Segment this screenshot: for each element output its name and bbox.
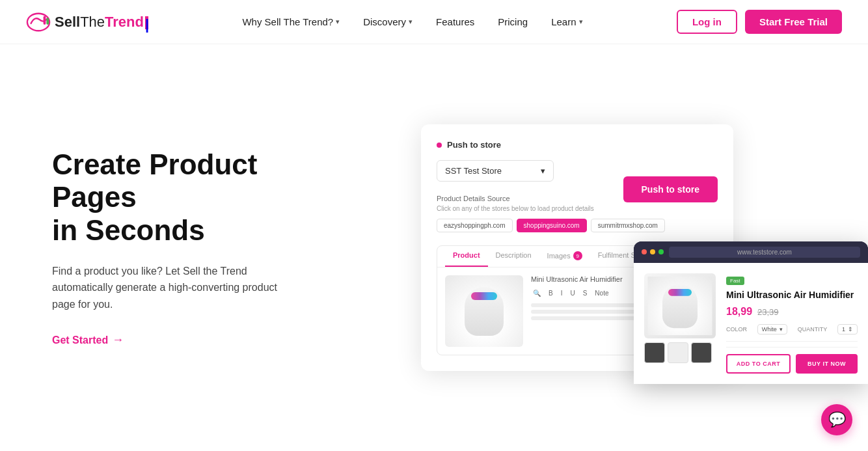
nav-links: Why Sell The Trend? ▾ Discovery ▾ Featur… xyxy=(233,11,591,33)
logo-sell: Sell xyxy=(55,14,80,30)
store-humidifier-body xyxy=(662,284,698,328)
nav-discovery[interactable]: Discovery ▾ xyxy=(354,11,422,33)
toolbar-bold[interactable]: B xyxy=(547,288,555,298)
logo-bar-icon: | xyxy=(145,16,148,29)
nav-learn[interactable]: Learn ▾ xyxy=(542,11,591,33)
chevron-down-icon: ▾ xyxy=(780,326,783,333)
store-price-old: 23,39 xyxy=(757,307,779,317)
store-main-image xyxy=(644,273,716,338)
logo-trend: Trend xyxy=(105,14,144,30)
chat-icon: 💬 xyxy=(828,411,846,428)
source-chip-3[interactable]: summitrmxshop.com xyxy=(591,219,665,232)
browser-bar: www.teststore.com xyxy=(634,241,868,263)
svg-rect-1 xyxy=(44,16,46,24)
chat-button[interactable]: 💬 xyxy=(821,404,852,435)
push-to-store-button[interactable]: Push to store xyxy=(623,176,718,202)
chevron-down-icon: ▾ xyxy=(409,18,413,26)
hero-left: Create Product Pages in Seconds Find a p… xyxy=(52,148,299,348)
store-action-buttons: ADD TO CART BUY IT NOW xyxy=(726,354,858,374)
humidifier-body xyxy=(465,287,504,336)
fast-badge: Fast xyxy=(726,277,744,285)
store-thumb-1[interactable] xyxy=(644,342,665,363)
get-started-link[interactable]: Get Started → xyxy=(52,333,124,347)
browser-dot-green xyxy=(658,249,664,254)
logo-the: The xyxy=(80,14,105,30)
login-button[interactable]: Log in xyxy=(677,10,737,34)
store-prices: 18,99 23,39 xyxy=(726,306,858,318)
store-humidifier-illustration xyxy=(648,277,712,335)
tab-description[interactable]: Description xyxy=(488,246,539,267)
svg-rect-2 xyxy=(46,18,49,24)
toolbar-italic[interactable]: I xyxy=(559,288,565,298)
store-color-row: COLOR White ▾ QUANTITY 1 ⇕ xyxy=(726,324,858,335)
store-body: Fast Mini Ultrasonic Air Humidifier 18,9… xyxy=(634,263,868,384)
browser-dot-yellow xyxy=(650,249,655,254)
toolbar-note[interactable]: Note xyxy=(593,288,610,298)
qty-label: QUANTITY xyxy=(798,326,828,333)
store-image-area xyxy=(644,273,716,374)
browser-dot-red xyxy=(642,249,647,254)
source-chip-2-active[interactable]: shoppingsuino.com xyxy=(517,219,587,232)
source-chips: eazyshoppingph.com shoppingsuino.com sum… xyxy=(437,219,718,232)
start-trial-button[interactable]: Start Free Trial xyxy=(745,10,842,34)
store-preview-card: www.teststore.com xyxy=(634,241,868,384)
tab-images[interactable]: Images 9 xyxy=(539,246,590,267)
chevron-down-icon: ▾ xyxy=(336,18,340,26)
push-section-title: Push to store xyxy=(437,140,718,150)
buy-now-button[interactable]: BUY IT NOW xyxy=(796,354,858,374)
humidifier-light xyxy=(471,292,497,300)
store-thumb-3[interactable] xyxy=(691,342,712,363)
store-thumb-2[interactable] xyxy=(668,342,688,363)
hero-section: Create Product Pages in Seconds Find a p… xyxy=(0,44,868,451)
store-select-dropdown[interactable]: SST Test Store ▾ xyxy=(437,160,554,182)
nav-why-sell[interactable]: Why Sell The Trend? ▾ xyxy=(233,11,349,33)
source-chip-1[interactable]: eazyshoppingph.com xyxy=(437,219,513,232)
hero-right: Push to store SST Test Store ▾ Push to s… xyxy=(325,124,829,371)
chevron-down-icon: ▾ xyxy=(541,166,545,176)
hero-description: Find a product you like? Let Sell the Tr… xyxy=(52,263,299,313)
navbar: SellTheTrend| Why Sell The Trend? ▾ Disc… xyxy=(0,0,868,44)
hero-title: Create Product Pages in Seconds xyxy=(52,148,299,247)
color-label: COLOR xyxy=(726,326,747,333)
logo[interactable]: SellTheTrend| xyxy=(26,10,148,34)
svg-point-0 xyxy=(27,13,49,31)
humidifier-illustration xyxy=(445,275,523,347)
toolbar-underline[interactable]: U xyxy=(568,288,576,298)
nav-actions: Log in Start Free Trial xyxy=(677,10,842,34)
store-thumbnail-row xyxy=(644,342,716,363)
store-product-layout: Fast Mini Ultrasonic Air Humidifier 18,9… xyxy=(644,273,858,374)
store-divider xyxy=(726,341,858,342)
product-image xyxy=(445,275,523,347)
browser-url: www.teststore.com xyxy=(669,247,860,258)
images-count-badge: 9 xyxy=(573,251,582,260)
store-product-info: Fast Mini Ultrasonic Air Humidifier 18,9… xyxy=(726,273,858,374)
store-humidifier-light xyxy=(668,288,692,295)
add-to-cart-button[interactable]: ADD TO CART xyxy=(726,354,791,374)
dot-indicator-icon xyxy=(437,143,442,148)
store-product-name: Mini Ultrasonic Air Humidifier xyxy=(726,289,858,301)
store-meta: COLOR White ▾ QUANTITY 1 ⇕ xyxy=(726,324,858,335)
nav-pricing[interactable]: Pricing xyxy=(489,11,537,33)
qty-stepper[interactable]: 1 ⇕ xyxy=(837,324,858,335)
nav-features[interactable]: Features xyxy=(427,11,483,33)
browser-dots xyxy=(642,249,664,254)
chevron-icons: ⇕ xyxy=(848,326,853,333)
source-hint: Click on any of the stores below to load… xyxy=(437,205,718,212)
color-select[interactable]: White ▾ xyxy=(757,324,787,335)
arrow-right-icon: → xyxy=(112,333,124,347)
toolbar-search[interactable]: 🔍 xyxy=(531,288,543,298)
chevron-down-icon: ▾ xyxy=(579,18,583,26)
tab-product[interactable]: Product xyxy=(445,246,488,267)
store-price-new: 18,99 xyxy=(726,306,752,318)
toolbar-strikethrough[interactable]: S xyxy=(581,288,590,298)
store-divider-2 xyxy=(726,347,858,348)
